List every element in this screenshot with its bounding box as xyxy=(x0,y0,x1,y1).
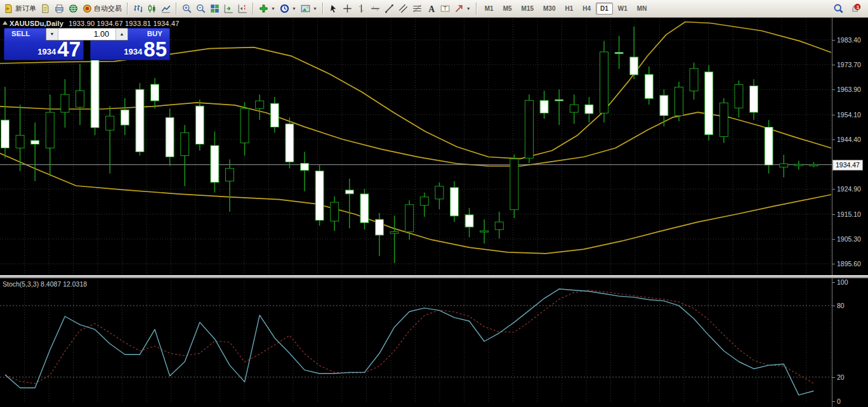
chart-collapse-icon[interactable] xyxy=(3,21,8,25)
candle-body xyxy=(286,124,294,162)
axis-tick xyxy=(832,306,835,306)
autotrading-button[interactable]: 自动交易 xyxy=(81,3,124,15)
dropdown-arrow-icon[interactable]: ▼ xyxy=(313,6,317,11)
candle-body xyxy=(450,188,459,216)
cursor-icon xyxy=(329,4,338,13)
line-chart-icon xyxy=(161,4,171,13)
axis-tick xyxy=(832,65,835,65)
sell-price: 1934 47 xyxy=(37,39,81,60)
timeframe-m15[interactable]: M15 xyxy=(517,3,538,15)
horizontal-line-icon xyxy=(371,4,380,13)
candle-body xyxy=(465,215,473,227)
arrows-button[interactable]: ▼ xyxy=(452,3,473,15)
bar-chart-icon[interactable] xyxy=(131,3,145,15)
stoch-axis-label: 80 xyxy=(837,302,845,309)
volume-spinner: ▼ 1.00 ▲ xyxy=(46,28,128,41)
market-watch-icon xyxy=(69,4,78,13)
candle-body xyxy=(735,84,743,108)
candle-body xyxy=(794,164,803,165)
candle-body xyxy=(301,164,309,171)
candle-body xyxy=(495,222,503,229)
chart-doc-icon xyxy=(41,4,50,13)
candle-body xyxy=(31,140,39,144)
volume-decrease-button[interactable]: ▼ xyxy=(46,29,58,40)
templates-icon xyxy=(301,4,310,13)
templates-button[interactable]: ▼ xyxy=(299,3,319,15)
buy-price-small: 1934 xyxy=(124,47,142,56)
axis-tick xyxy=(832,115,835,115)
candle-body xyxy=(555,100,563,101)
zoom-in-icon[interactable] xyxy=(180,3,194,15)
crosshair-icon[interactable] xyxy=(341,3,354,15)
candle-body xyxy=(61,94,69,112)
auto-scroll-icon xyxy=(224,4,233,13)
symbol-name: XAUUSDu,Daily xyxy=(10,20,63,27)
volume-increase-button[interactable]: ▲ xyxy=(115,29,128,40)
candle-body xyxy=(360,194,369,223)
candlestick-chart-icon[interactable] xyxy=(145,3,159,15)
axis-tick xyxy=(832,264,835,264)
timeframe-m1[interactable]: M1 xyxy=(480,3,498,15)
trendline-icon[interactable] xyxy=(383,3,396,15)
timeframe-mn[interactable]: MN xyxy=(633,3,652,15)
volume-input[interactable]: 1.00 xyxy=(58,29,115,40)
text-label-icon[interactable]: T xyxy=(438,3,452,15)
indicators-button[interactable]: ▼ xyxy=(257,3,277,15)
toolbar-separator xyxy=(476,3,477,15)
fibonacci-icon xyxy=(412,4,422,13)
tile-windows-icon[interactable] xyxy=(208,3,221,15)
pane-splitter[interactable] xyxy=(0,275,868,278)
candle-body xyxy=(645,74,653,98)
auto-scroll-icon[interactable] xyxy=(222,3,235,15)
arrows-icon xyxy=(454,4,464,13)
sell-price-big: 47 xyxy=(57,39,81,60)
candle-body xyxy=(405,205,414,232)
candle-body xyxy=(106,116,114,130)
candle-body xyxy=(600,52,608,113)
timeframe-m30[interactable]: M30 xyxy=(539,3,560,15)
candlestick-chart-icon xyxy=(147,4,157,13)
candle-body xyxy=(1,120,10,148)
equidistant-channel-icon[interactable] xyxy=(397,3,410,15)
new-order-icon xyxy=(4,4,13,13)
print-icon[interactable] xyxy=(53,3,66,15)
candle-body xyxy=(525,100,534,158)
candle-body xyxy=(315,171,324,221)
price-axis-label: 1963.90 xyxy=(837,86,861,93)
notifications-icon[interactable]: 1 xyxy=(849,3,862,15)
ohlc-values: 1933.90 1934.67 1933.81 1934.47 xyxy=(69,20,179,27)
timeframe-w1[interactable]: W1 xyxy=(614,3,632,15)
timeframe-h4[interactable]: H4 xyxy=(578,3,595,15)
zoom-out-icon[interactable] xyxy=(194,3,207,15)
chart-doc-icon[interactable] xyxy=(39,3,52,15)
timeframe-h1[interactable]: H1 xyxy=(560,3,577,15)
toolbar-separator xyxy=(127,3,128,15)
line-chart-icon[interactable] xyxy=(159,3,173,15)
chart-shift-icon[interactable] xyxy=(236,3,249,15)
vertical-line-icon[interactable] xyxy=(355,3,368,15)
dropdown-arrow-icon[interactable]: ▼ xyxy=(292,6,296,11)
text-icon[interactable]: A xyxy=(424,3,438,15)
search-icon[interactable] xyxy=(832,3,845,15)
price-axis[interactable]: 1983.401973.701963.901954.101944.401924.… xyxy=(832,18,868,407)
candle-body xyxy=(780,164,788,167)
fibonacci-icon[interactable] xyxy=(411,3,424,15)
current-price-tag: 1934.47 xyxy=(832,160,863,171)
stochastic-pane[interactable] xyxy=(0,279,832,407)
dropdown-arrow-icon[interactable]: ▼ xyxy=(466,6,471,11)
dropdown-arrow-icon[interactable]: ▼ xyxy=(271,6,275,11)
candle-body xyxy=(660,95,668,115)
candle-body xyxy=(675,87,683,115)
equidistant-channel-icon xyxy=(398,4,408,13)
cursor-icon[interactable] xyxy=(327,3,340,15)
market-watch-icon[interactable] xyxy=(67,3,80,15)
candle-body xyxy=(720,103,728,136)
timeframe-m5[interactable]: M5 xyxy=(499,3,516,15)
horizontal-line-icon[interactable] xyxy=(369,3,382,15)
periods-button[interactable]: ▼ xyxy=(278,3,298,15)
sell-label: SELL xyxy=(11,30,30,37)
timeframe-d1[interactable]: D1 xyxy=(596,3,613,15)
new-order-button[interactable]: 新订单 xyxy=(2,3,38,15)
candle-body xyxy=(151,84,159,101)
zoom-in-icon xyxy=(182,4,192,13)
